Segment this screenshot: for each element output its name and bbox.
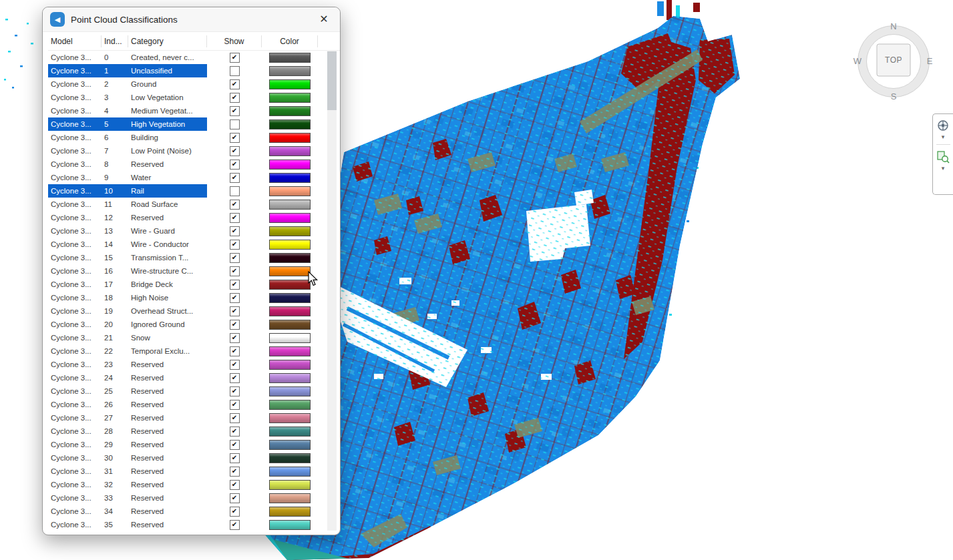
color-swatch[interactable] [269,160,311,170]
table-row[interactable]: Cyclone 3...25Reserved✔ [48,384,340,398]
table-row[interactable]: Cyclone 3...20Ignored Ground✔ [48,318,340,331]
show-checkbox[interactable]: ✔ [230,293,240,303]
show-checkbox[interactable]: ✔ [230,467,240,477]
table-row[interactable]: Cyclone 3...11Road Surface✔ [48,198,340,211]
color-swatch[interactable] [269,306,311,316]
row-selection-area[interactable]: Cyclone 3...33Reserved [48,491,207,505]
color-swatch[interactable] [269,173,311,183]
table-row[interactable]: Cyclone 3...19Overhead Struct...✔ [48,304,340,318]
row-selection-area[interactable]: Cyclone 3...14Wire - Conductor [48,238,207,251]
column-header-category[interactable]: Category [128,35,207,47]
show-checkbox[interactable]: ✔ [230,266,240,276]
color-swatch[interactable] [269,93,311,103]
row-selection-area[interactable]: Cyclone 3...31Reserved [48,465,207,478]
table-row[interactable]: Cyclone 3...7Low Point (Noise)✔ [48,144,340,158]
color-swatch[interactable] [269,133,311,143]
table-row[interactable]: Cyclone 3...34Reserved✔ [48,505,340,518]
table-row[interactable]: Cyclone 3...16Wire-structure C...✔ [48,264,340,278]
table-row[interactable]: Cyclone 3...24Reserved✔ [48,371,340,384]
color-swatch[interactable] [269,520,311,530]
row-selection-area[interactable]: Cyclone 3...3Low Vegetation [48,91,207,104]
row-selection-area[interactable]: Cyclone 3...16Wire-structure C... [48,264,207,278]
row-selection-area[interactable]: Cyclone 3...2Ground [48,77,207,91]
row-selection-area[interactable]: Cyclone 3...18High Noise [48,291,207,304]
row-selection-area[interactable]: Cyclone 3...32Reserved [48,478,207,491]
show-checkbox[interactable]: ✔ [230,133,240,143]
color-swatch[interactable] [269,186,311,196]
row-selection-area[interactable]: Cyclone 3...5High Vegetation [48,117,207,131]
zoom-button[interactable] [935,149,951,165]
table-row[interactable]: Cyclone 3...2Ground✔ [48,77,340,91]
color-swatch[interactable] [269,200,311,210]
vertical-scrollbar[interactable] [327,50,337,531]
show-checkbox[interactable]: ✔ [230,386,240,396]
table-row[interactable]: Cyclone 3...0Created, never c...✔ [48,51,340,64]
row-selection-area[interactable]: Cyclone 3...10Rail [48,184,207,198]
table-row[interactable]: Cyclone 3...9Water✔ [48,171,340,184]
color-swatch[interactable] [269,146,311,156]
table-row[interactable]: Cyclone 3...13Wire - Guard✔ [48,224,340,238]
color-swatch[interactable] [269,226,311,236]
show-checkbox[interactable]: ✔ [230,360,240,370]
show-checkbox[interactable]: ✔ [230,346,240,356]
close-button[interactable]: ✕ [315,10,333,29]
viewcube-west-label[interactable]: W [853,56,862,66]
table-row[interactable]: Cyclone 3...4Medium Vegetat...✔ [48,104,340,117]
show-checkbox[interactable]: ✔ [230,53,240,63]
show-checkbox[interactable]: ✔ [230,200,240,210]
color-swatch[interactable] [269,346,311,356]
table-row[interactable]: Cyclone 3...5High Vegetation [48,117,340,131]
row-selection-area[interactable]: Cyclone 3...23Reserved [48,358,207,371]
show-checkbox[interactable] [230,66,240,76]
row-selection-area[interactable]: Cyclone 3...21Snow [48,331,207,344]
show-checkbox[interactable] [230,119,240,129]
color-swatch[interactable] [269,493,311,503]
row-selection-area[interactable]: Cyclone 3...24Reserved [48,371,207,384]
row-selection-area[interactable]: Cyclone 3...25Reserved [48,384,207,398]
show-checkbox[interactable]: ✔ [230,427,240,437]
row-selection-area[interactable]: Cyclone 3...9Water [48,171,207,184]
color-swatch[interactable] [269,213,311,223]
color-swatch[interactable] [269,400,311,410]
steering-wheel-button[interactable] [935,117,951,133]
table-row[interactable]: Cyclone 3...8Reserved✔ [48,158,340,171]
show-checkbox[interactable] [230,186,240,196]
color-swatch[interactable] [269,253,311,263]
table-row[interactable]: Cyclone 3...15Transmission T...✔ [48,251,340,264]
row-selection-area[interactable]: Cyclone 3...27Reserved [48,411,207,425]
color-swatch[interactable] [269,467,311,477]
color-swatch[interactable] [269,119,311,129]
column-header-index[interactable]: Ind... [102,35,128,47]
table-row[interactable]: Cyclone 3...32Reserved✔ [48,478,340,491]
show-checkbox[interactable]: ✔ [230,480,240,490]
table-row[interactable]: Cyclone 3...14Wire - Conductor✔ [48,238,340,251]
show-checkbox[interactable]: ✔ [230,306,240,316]
color-swatch[interactable] [269,333,311,343]
show-checkbox[interactable]: ✔ [230,493,240,503]
show-checkbox[interactable]: ✔ [230,453,240,463]
row-selection-area[interactable]: Cyclone 3...13Wire - Guard [48,224,207,238]
color-swatch[interactable] [269,106,311,116]
show-checkbox[interactable]: ✔ [230,400,240,410]
show-checkbox[interactable]: ✔ [230,106,240,116]
row-selection-area[interactable]: Cyclone 3...6Building [48,131,207,144]
steering-wheel-dropdown[interactable]: ▾ [933,133,953,142]
color-swatch[interactable] [269,386,311,396]
table-row[interactable]: Cyclone 3...21Snow✔ [48,331,340,344]
color-swatch[interactable] [269,293,311,303]
row-selection-area[interactable]: Cyclone 3...20Ignored Ground [48,318,207,331]
row-selection-area[interactable]: Cyclone 3...12Reserved [48,211,207,224]
color-swatch[interactable] [269,360,311,370]
color-swatch[interactable] [269,440,311,450]
row-selection-area[interactable]: Cyclone 3...0Created, never c... [48,51,207,64]
show-checkbox[interactable]: ✔ [230,173,240,183]
color-swatch[interactable] [269,280,311,290]
table-row[interactable]: Cyclone 3...6Building✔ [48,131,340,144]
color-swatch[interactable] [269,480,311,490]
show-checkbox[interactable]: ✔ [230,240,240,250]
row-selection-area[interactable]: Cyclone 3...8Reserved [48,158,207,171]
table-row[interactable]: Cyclone 3...23Reserved✔ [48,358,340,371]
row-selection-area[interactable]: Cyclone 3...1Unclassified [48,64,207,77]
show-checkbox[interactable]: ✔ [230,213,240,223]
table-row[interactable]: Cyclone 3...30Reserved✔ [48,451,340,465]
